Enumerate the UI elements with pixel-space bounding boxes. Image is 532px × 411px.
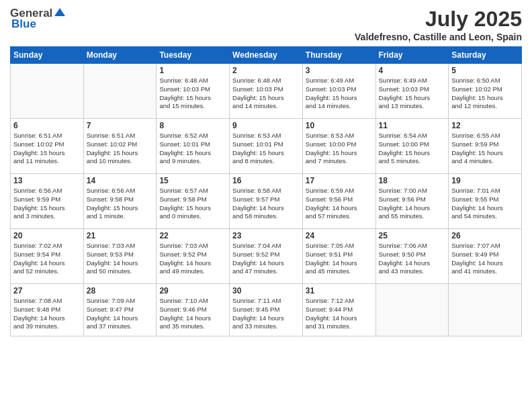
- day-number: 24: [306, 231, 373, 240]
- calendar-cell: 21Sunrise: 7:03 AM Sunset: 9:53 PM Dayli…: [83, 229, 157, 284]
- calendar-cell: 19Sunrise: 7:01 AM Sunset: 9:55 PM Dayli…: [449, 174, 522, 229]
- day-info: Sunrise: 7:11 AM Sunset: 9:45 PM Dayligh…: [232, 297, 300, 331]
- calendar-cell: 31Sunrise: 7:12 AM Sunset: 9:44 PM Dayli…: [302, 284, 375, 336]
- svg-marker-0: [54, 8, 65, 16]
- day-number: 4: [379, 66, 446, 75]
- weekday-header-saturday: Saturday: [449, 47, 522, 64]
- day-number: 31: [306, 286, 373, 295]
- calendar-cell: 20Sunrise: 7:02 AM Sunset: 9:54 PM Dayli…: [11, 229, 84, 284]
- day-info: Sunrise: 7:04 AM Sunset: 9:52 PM Dayligh…: [232, 242, 300, 276]
- page: General Blue July 2025 Valdefresno, Cast…: [0, 0, 532, 411]
- calendar-cell: 29Sunrise: 7:10 AM Sunset: 9:46 PM Dayli…: [157, 284, 230, 336]
- calendar-cell: 17Sunrise: 6:59 AM Sunset: 9:56 PM Dayli…: [302, 174, 375, 229]
- day-info: Sunrise: 6:57 AM Sunset: 9:58 PM Dayligh…: [159, 187, 226, 221]
- calendar-cell: 25Sunrise: 7:06 AM Sunset: 9:50 PM Dayli…: [375, 229, 449, 284]
- weekday-header-row: SundayMondayTuesdayWednesdayThursdayFrid…: [11, 47, 522, 64]
- calendar-week-4: 20Sunrise: 7:02 AM Sunset: 9:54 PM Dayli…: [11, 229, 522, 284]
- day-number: 1: [159, 66, 226, 75]
- day-number: 22: [159, 231, 226, 240]
- day-number: 9: [232, 121, 300, 130]
- day-number: 5: [451, 66, 519, 75]
- calendar-cell: 6Sunrise: 6:51 AM Sunset: 10:02 PM Dayli…: [11, 119, 84, 174]
- day-info: Sunrise: 6:49 AM Sunset: 10:03 PM Daylig…: [306, 77, 373, 111]
- calendar-table: SundayMondayTuesdayWednesdayThursdayFrid…: [10, 46, 522, 336]
- weekday-header-monday: Monday: [83, 47, 157, 64]
- day-info: Sunrise: 6:55 AM Sunset: 9:59 PM Dayligh…: [451, 132, 519, 166]
- weekday-header-sunday: Sunday: [11, 47, 84, 64]
- day-info: Sunrise: 7:07 AM Sunset: 9:49 PM Dayligh…: [451, 242, 519, 276]
- calendar-cell: [375, 284, 449, 336]
- day-info: Sunrise: 7:01 AM Sunset: 9:55 PM Dayligh…: [451, 187, 519, 221]
- day-number: 16: [232, 176, 300, 185]
- day-info: Sunrise: 6:53 AM Sunset: 10:01 PM Daylig…: [232, 132, 300, 166]
- calendar-cell: 12Sunrise: 6:55 AM Sunset: 9:59 PM Dayli…: [449, 119, 522, 174]
- day-number: 27: [13, 286, 81, 295]
- logo-blue: Blue: [11, 17, 36, 31]
- day-info: Sunrise: 7:06 AM Sunset: 9:50 PM Dayligh…: [379, 242, 446, 276]
- day-info: Sunrise: 6:51 AM Sunset: 10:02 PM Daylig…: [13, 132, 81, 166]
- day-number: 10: [306, 121, 373, 130]
- calendar-week-1: 1Sunrise: 6:48 AM Sunset: 10:03 PM Dayli…: [11, 64, 522, 119]
- day-number: 21: [87, 231, 154, 240]
- day-number: 23: [232, 231, 300, 240]
- calendar-cell: 27Sunrise: 7:08 AM Sunset: 9:48 PM Dayli…: [11, 284, 84, 336]
- day-info: Sunrise: 7:03 AM Sunset: 9:53 PM Dayligh…: [87, 242, 154, 276]
- day-info: Sunrise: 7:05 AM Sunset: 9:51 PM Dayligh…: [306, 242, 373, 276]
- calendar-cell: 14Sunrise: 6:56 AM Sunset: 9:58 PM Dayli…: [83, 174, 157, 229]
- calendar-cell: 1Sunrise: 6:48 AM Sunset: 10:03 PM Dayli…: [157, 64, 230, 119]
- day-info: Sunrise: 6:50 AM Sunset: 10:02 PM Daylig…: [451, 77, 519, 111]
- calendar-cell: 8Sunrise: 6:52 AM Sunset: 10:01 PM Dayli…: [157, 119, 230, 174]
- day-number: 15: [159, 176, 226, 185]
- title-area: July 2025 Valdefresno, Castille and Leon…: [355, 7, 522, 42]
- calendar-cell: 15Sunrise: 6:57 AM Sunset: 9:58 PM Dayli…: [157, 174, 230, 229]
- calendar-header: SundayMondayTuesdayWednesdayThursdayFrid…: [11, 47, 522, 64]
- calendar-cell: 5Sunrise: 6:50 AM Sunset: 10:02 PM Dayli…: [449, 64, 522, 119]
- logo-icon: [53, 7, 66, 20]
- day-info: Sunrise: 7:00 AM Sunset: 9:56 PM Dayligh…: [379, 187, 446, 221]
- day-info: Sunrise: 7:02 AM Sunset: 9:54 PM Dayligh…: [13, 242, 81, 276]
- day-info: Sunrise: 6:48 AM Sunset: 10:03 PM Daylig…: [159, 77, 226, 111]
- day-info: Sunrise: 7:03 AM Sunset: 9:52 PM Dayligh…: [159, 242, 226, 276]
- day-number: 3: [306, 66, 373, 75]
- weekday-header-thursday: Thursday: [302, 47, 375, 64]
- day-info: Sunrise: 6:56 AM Sunset: 9:59 PM Dayligh…: [13, 187, 81, 221]
- day-info: Sunrise: 6:48 AM Sunset: 10:03 PM Daylig…: [232, 77, 300, 111]
- day-number: 18: [379, 176, 446, 185]
- calendar-cell: 18Sunrise: 7:00 AM Sunset: 9:56 PM Dayli…: [375, 174, 449, 229]
- weekday-header-wednesday: Wednesday: [230, 47, 303, 64]
- calendar-week-3: 13Sunrise: 6:56 AM Sunset: 9:59 PM Dayli…: [11, 174, 522, 229]
- calendar-cell: 9Sunrise: 6:53 AM Sunset: 10:01 PM Dayli…: [230, 119, 303, 174]
- day-info: Sunrise: 6:56 AM Sunset: 9:58 PM Dayligh…: [87, 187, 154, 221]
- month-title: July 2025: [355, 7, 522, 32]
- calendar-cell: 23Sunrise: 7:04 AM Sunset: 9:52 PM Dayli…: [230, 229, 303, 284]
- logo: General Blue: [10, 7, 66, 31]
- calendar-cell: 28Sunrise: 7:09 AM Sunset: 9:47 PM Dayli…: [83, 284, 157, 336]
- day-info: Sunrise: 6:51 AM Sunset: 10:02 PM Daylig…: [87, 132, 154, 166]
- calendar-cell: 13Sunrise: 6:56 AM Sunset: 9:59 PM Dayli…: [11, 174, 84, 229]
- day-number: 13: [13, 176, 81, 185]
- calendar-week-2: 6Sunrise: 6:51 AM Sunset: 10:02 PM Dayli…: [11, 119, 522, 174]
- calendar-cell: 16Sunrise: 6:58 AM Sunset: 9:57 PM Dayli…: [230, 174, 303, 229]
- calendar-cell: [449, 284, 522, 336]
- day-number: 20: [13, 231, 81, 240]
- calendar-cell: 3Sunrise: 6:49 AM Sunset: 10:03 PM Dayli…: [302, 64, 375, 119]
- day-info: Sunrise: 6:54 AM Sunset: 10:00 PM Daylig…: [379, 132, 446, 166]
- calendar-cell: 2Sunrise: 6:48 AM Sunset: 10:03 PM Dayli…: [230, 64, 303, 119]
- location-title: Valdefresno, Castille and Leon, Spain: [355, 32, 522, 42]
- day-info: Sunrise: 6:52 AM Sunset: 10:01 PM Daylig…: [159, 132, 226, 166]
- day-number: 14: [87, 176, 154, 185]
- calendar-cell: 11Sunrise: 6:54 AM Sunset: 10:00 PM Dayl…: [375, 119, 449, 174]
- day-info: Sunrise: 6:53 AM Sunset: 10:00 PM Daylig…: [306, 132, 373, 166]
- calendar-cell: [83, 64, 157, 119]
- day-number: 17: [306, 176, 373, 185]
- day-number: 8: [159, 121, 226, 130]
- day-number: 2: [232, 66, 300, 75]
- day-number: 12: [451, 121, 519, 130]
- day-info: Sunrise: 6:49 AM Sunset: 10:03 PM Daylig…: [379, 77, 446, 111]
- day-number: 25: [379, 231, 446, 240]
- day-number: 26: [451, 231, 519, 240]
- day-info: Sunrise: 6:59 AM Sunset: 9:56 PM Dayligh…: [306, 187, 373, 221]
- day-info: Sunrise: 7:08 AM Sunset: 9:48 PM Dayligh…: [13, 297, 81, 331]
- calendar-cell: 4Sunrise: 6:49 AM Sunset: 10:03 PM Dayli…: [375, 64, 449, 119]
- day-info: Sunrise: 6:58 AM Sunset: 9:57 PM Dayligh…: [232, 187, 300, 221]
